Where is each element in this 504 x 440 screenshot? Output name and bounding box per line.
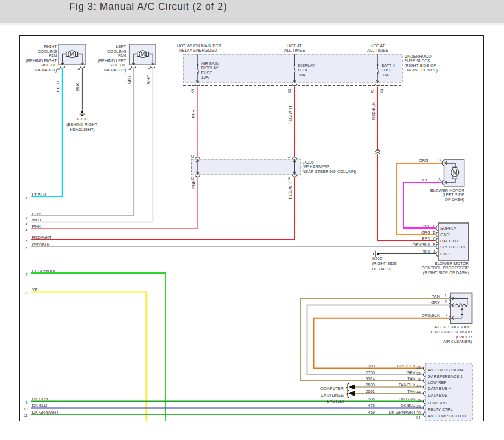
svg-text:A: A <box>77 68 81 70</box>
svg-text:5: 5 <box>26 239 28 243</box>
svg-text:10A: 10A <box>201 75 209 80</box>
svg-text:TAN: TAN <box>432 294 440 299</box>
svg-text:DATA LINES: DATA LINES <box>321 393 344 398</box>
svg-text:ORG: ORG <box>419 158 428 163</box>
svg-text:TAN: TAN <box>407 389 415 394</box>
svg-text:RED/WHT: RED/WHT <box>288 180 293 199</box>
svg-text:RELAY CTRL: RELAY CTRL <box>428 407 453 412</box>
svg-text:PRESSURE SENSOR: PRESSURE SENSOR <box>430 330 472 335</box>
svg-text:5V REFERENCE 1: 5V REFERENCE 1 <box>428 374 463 379</box>
svg-text:GND: GND <box>440 232 450 237</box>
svg-text:1: 1 <box>26 196 28 200</box>
svg-text:44: 44 <box>416 390 421 394</box>
svg-text:10: 10 <box>24 407 28 411</box>
svg-text:D: D <box>191 177 194 180</box>
svg-text:Fig 3: Manual A/C Circuit (2 o: Fig 3: Manual A/C Circuit (2 of 2) <box>69 1 227 12</box>
svg-text:GRY: GRY <box>431 300 440 305</box>
svg-text:DATA BUS +: DATA BUS + <box>428 386 451 391</box>
svg-text:2: 2 <box>445 300 447 304</box>
svg-text:RELAY ENERGIZED: RELAY ENERGIZED <box>179 48 217 53</box>
svg-text:B: B <box>438 158 441 162</box>
svg-text:7: 7 <box>26 272 28 276</box>
svg-text:(RIGHT SIDE: (RIGHT SIDE <box>372 261 397 266</box>
svg-text:380: 380 <box>368 364 375 369</box>
svg-text:ORG/BLK: ORG/BLK <box>422 313 440 318</box>
svg-text:WHT: WHT <box>32 218 42 222</box>
svg-text:ORG: ORG <box>421 230 430 235</box>
svg-text:25: 25 <box>416 365 421 369</box>
svg-text:PNK: PNK <box>32 224 41 229</box>
svg-text:3: 3 <box>445 313 447 317</box>
svg-text:K4: K4 <box>191 89 194 94</box>
svg-text:A/C PRESS SIGNAL: A/C PRESS SIGNAL <box>428 367 466 372</box>
svg-text:LT GRN/BLK: LT GRN/BLK <box>32 269 56 274</box>
svg-text:AIR CLEANER): AIR CLEANER) <box>443 339 472 344</box>
svg-text:DK BLU: DK BLU <box>400 403 415 408</box>
svg-text:(UNDER: (UNDER <box>456 335 472 339</box>
svg-text:RED: RED <box>422 236 430 241</box>
svg-text:30A: 30A <box>382 73 389 77</box>
svg-text:SUPPLY: SUPPLY <box>440 226 456 231</box>
svg-text:RED/BLK: RED/BLK <box>371 102 376 120</box>
svg-text:10A: 10A <box>298 73 305 77</box>
svg-text:F1: F1 <box>371 89 374 93</box>
svg-text:DATA BUS -: DATA BUS - <box>428 393 450 398</box>
svg-text:B3: B3 <box>288 89 292 94</box>
svg-text:LOW SPD: LOW SPD <box>428 400 447 405</box>
svg-text:OF DASH): OF DASH) <box>445 197 464 202</box>
svg-text:A: A <box>128 68 132 70</box>
svg-text:BLOWER MOTOR: BLOWER MOTOR <box>430 188 465 193</box>
svg-text:{: { <box>346 389 349 398</box>
svg-text:OF DASH): OF DASH) <box>372 266 392 271</box>
svg-text:RADIATOR): RADIATOR) <box>35 68 57 73</box>
svg-text:A/C REFRIGERANT: A/C REFRIGERANT <box>434 325 472 330</box>
svg-text:B: B <box>57 68 60 70</box>
svg-text:COMPUTER: COMPUTER <box>320 386 344 391</box>
svg-text:8: 8 <box>26 291 28 295</box>
svg-text:GRY/BLK: GRY/BLK <box>413 242 430 247</box>
svg-text:(BEHIND RIGHT: (BEHIND RIGHT <box>66 122 98 127</box>
svg-text:LT BLU: LT BLU <box>55 81 60 95</box>
svg-text:DK GRN/WHT: DK GRN/WHT <box>32 410 59 415</box>
svg-text:ORG/BLK: ORG/BLK <box>397 364 415 369</box>
svg-text:X4: X4 <box>380 89 384 94</box>
svg-text:2: 2 <box>26 215 28 219</box>
svg-text:8: 8 <box>418 377 421 381</box>
svg-text:DK GRN: DK GRN <box>32 397 48 402</box>
svg-text:B: B <box>433 243 436 247</box>
svg-text:M: M <box>70 51 74 57</box>
svg-text:D: D <box>433 231 435 235</box>
svg-text:E: E <box>433 224 436 228</box>
svg-text:30: 30 <box>416 411 421 415</box>
svg-text:YEL: YEL <box>32 287 40 292</box>
svg-text:K: K <box>287 177 291 180</box>
svg-text:4: 4 <box>26 228 28 232</box>
svg-text:2501: 2501 <box>366 389 375 394</box>
svg-text:43: 43 <box>416 384 421 388</box>
svg-text:M: M <box>453 170 457 176</box>
svg-text:GRY/BLK: GRY/BLK <box>32 242 50 247</box>
svg-text:M: M <box>141 51 145 57</box>
svg-text:X1: X1 <box>416 415 421 420</box>
svg-text:A: A <box>438 177 441 181</box>
svg-text:PNK: PNK <box>191 109 196 118</box>
svg-text:G200: G200 <box>372 256 382 261</box>
svg-text:SPEED CTRL: SPEED CTRL <box>440 244 466 249</box>
svg-text:C: C <box>433 237 435 241</box>
svg-text:GND: GND <box>440 252 450 257</box>
svg-text:LOW REF: LOW REF <box>428 380 447 385</box>
svg-text:BLK: BLK <box>423 249 430 254</box>
svg-text:WHT: WHT <box>146 75 151 84</box>
svg-text:BLOWER MOTOR: BLOWER MOTOR <box>435 261 469 266</box>
svg-text:1: 1 <box>445 294 447 298</box>
svg-text:HEADLIGHT): HEADLIGHT) <box>70 127 95 132</box>
svg-text:PNK: PNK <box>191 180 196 188</box>
svg-text:A: A <box>433 250 436 254</box>
svg-text:9: 9 <box>26 400 28 404</box>
svg-text:PPL: PPL <box>423 224 430 229</box>
svg-text:LT BLU: LT BLU <box>32 192 46 197</box>
svg-text:BLK: BLK <box>75 83 80 91</box>
svg-text:TAN/BLK: TAN/BLK <box>399 382 416 387</box>
svg-text:RED/WHT: RED/WHT <box>32 235 52 240</box>
svg-text:(LEFT SIDE: (LEFT SIDE <box>443 192 464 197</box>
